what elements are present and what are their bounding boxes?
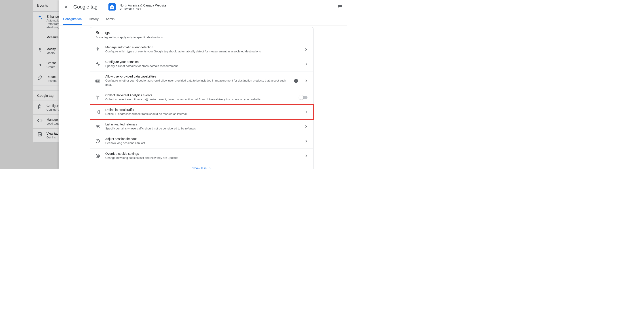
setting-subtitle: Collect an event each time a ga() custom…	[105, 97, 294, 101]
google-tag-icon	[108, 3, 116, 11]
google-tag-overlay: Google tag North America & Canada Websit…	[58, 0, 347, 169]
settings-subtitle: Some tag settings apply only to specific…	[96, 36, 308, 39]
filter-x-icon	[95, 124, 100, 129]
arrows-in-icon	[95, 61, 100, 67]
setting-title: Manage automatic event detection	[105, 46, 299, 49]
cookie-icon	[95, 153, 100, 159]
svg-point-12	[98, 156, 98, 156]
setting-subtitle: Change how long cookies last and how the…	[105, 156, 299, 160]
setting-row-collect-universal-analytics-events[interactable]: Collect Universal Analytics eventsCollec…	[90, 90, 313, 105]
chevron-right-icon	[304, 139, 308, 143]
svg-point-11	[97, 156, 98, 157]
settings-header: Settings Some tag settings apply only to…	[90, 27, 313, 42]
setting-row-adjust-session-timeout[interactable]: Adjust session timeoutSet how long sessi…	[90, 134, 313, 148]
setting-title: Collect Universal Analytics events	[105, 93, 294, 97]
settings-title: Settings	[96, 31, 308, 35]
svg-point-10	[98, 155, 98, 156]
tab-configuration[interactable]: Configuration	[63, 14, 82, 25]
id-card-icon	[95, 78, 100, 84]
close-button[interactable]	[63, 4, 69, 10]
setting-row-override-cookie-settings[interactable]: Override cookie settingsChange how long …	[90, 149, 313, 163]
setting-subtitle: Define IP addresses whose traffic should…	[105, 112, 299, 116]
feedback-icon[interactable]	[337, 4, 342, 10]
tab-history[interactable]: History	[89, 14, 98, 25]
svg-point-8	[96, 154, 100, 158]
clock-icon	[95, 138, 100, 144]
setting-title: Define internal traffic	[105, 108, 299, 111]
setting-title: List unwanted referrals	[105, 122, 299, 126]
svg-point-6	[96, 80, 98, 81]
show-less-button[interactable]: Show less	[90, 163, 313, 169]
settings-card: Settings Some tag settings apply only to…	[90, 27, 314, 169]
sparkle-icon	[95, 47, 100, 52]
fork-icon	[95, 95, 100, 100]
svg-point-9	[97, 155, 97, 156]
setting-row-define-internal-traffic[interactable]: Define internal trafficDefine IP address…	[90, 105, 313, 119]
toggle-off[interactable]	[300, 96, 308, 99]
overlay-tabs: Configuration History Admin	[58, 14, 347, 25]
overlay-brand: Google tag	[73, 4, 98, 10]
chevron-right-icon	[304, 47, 308, 52]
svg-rect-4	[111, 7, 112, 8]
svg-point-3	[112, 6, 112, 6]
settings-list: Manage automatic event detectionConfigur…	[90, 42, 313, 163]
tab-admin[interactable]: Admin	[106, 14, 115, 25]
setting-row-list-unwanted-referrals[interactable]: List unwanted referralsSpecify domains w…	[90, 119, 313, 134]
login-icon	[95, 109, 100, 115]
property-name: North America & Canada Website	[120, 4, 166, 7]
setting-title: Allow user-provided data capabilities	[105, 75, 289, 78]
svg-rect-5	[96, 80, 100, 82]
property-info: North America & Canada Website G-PSW1MY7…	[120, 4, 166, 10]
setting-subtitle: Configure whether your Google tag should…	[105, 79, 289, 87]
chevron-right-icon	[304, 79, 308, 83]
setting-subtitle: Configure which types of events your Goo…	[105, 50, 299, 54]
overlay-body: Settings Some tag settings apply only to…	[58, 25, 347, 169]
setting-title: Adjust session timeout	[105, 137, 299, 141]
setting-title: Configure your domains	[105, 60, 299, 64]
setting-subtitle: Set how long sessions can last	[105, 141, 299, 145]
chevron-right-icon	[304, 110, 308, 114]
chevron-right-icon	[304, 124, 308, 129]
chevron-right-icon	[304, 154, 308, 158]
setting-row-configure-your-domains[interactable]: Configure your domainsSpecify a list of …	[90, 57, 313, 71]
setting-row-manage-automatic-event-detection[interactable]: Manage automatic event detectionConfigur…	[90, 42, 313, 57]
setting-row-allow-user-provided-data-capabilities[interactable]: Allow user-provided data capabilitiesCon…	[90, 71, 313, 90]
info-icon[interactable]: i	[294, 79, 298, 83]
property-id: G-PSW1MY7HB4	[120, 7, 166, 10]
header-divider	[103, 3, 103, 11]
setting-subtitle: Specify domains whose traffic should not…	[105, 126, 299, 130]
overlay-header: Google tag North America & Canada Websit…	[58, 0, 347, 14]
setting-title: Override cookie settings	[105, 152, 299, 156]
setting-subtitle: Specify a list of domains for cross-doma…	[105, 64, 299, 68]
chevron-right-icon	[304, 62, 308, 66]
